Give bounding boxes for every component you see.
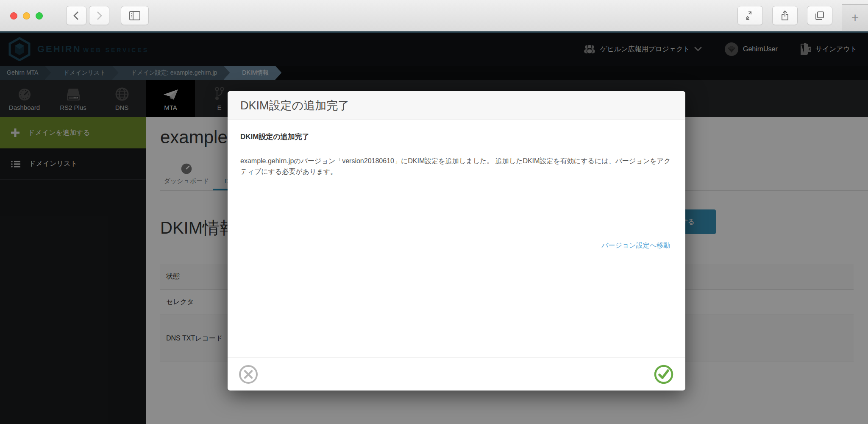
new-tab-button[interactable]: + [842, 4, 868, 31]
fullscreen-button[interactable] [737, 6, 763, 25]
dkim-complete-modal: DKIM設定の追加完了 DKIM設定の追加完了 example.gehirn.j… [228, 91, 685, 391]
share-icon [780, 10, 790, 21]
minimize-window-button[interactable] [23, 12, 30, 20]
goto-version-settings-link[interactable]: バージョン設定へ移動 [601, 241, 670, 250]
back-button[interactable] [66, 6, 86, 25]
share-button[interactable] [772, 6, 798, 25]
modal-body-heading: DKIM設定の追加完了 [240, 132, 671, 142]
plus-glyph: + [851, 11, 859, 25]
expand-arrows-icon [745, 11, 755, 21]
modal-body: DKIM設定の追加完了 example.gehirn.jpのバージョン「vers… [228, 120, 685, 357]
modal-body-text: example.gehirn.jpのバージョン「version20180610」… [240, 156, 671, 177]
chevron-right-icon [95, 11, 103, 21]
modal-title: DKIM設定の追加完了 [228, 91, 685, 120]
modal-footer [228, 357, 685, 391]
show-tabs-button[interactable] [807, 6, 832, 25]
x-circle-icon[interactable] [239, 365, 258, 384]
check-circle-icon[interactable] [654, 365, 673, 384]
web-page: GEHIRN WEB SERVICES ゲヒルン広報用プロジェクト [0, 31, 868, 424]
window-controls [10, 12, 43, 20]
screenshot: + GEHIRN WEB SERVICES [0, 0, 868, 424]
zoom-window-button[interactable] [36, 12, 43, 20]
browser-chrome: + [0, 0, 868, 31]
close-window-button[interactable] [10, 12, 17, 20]
overlapping-squares-icon [815, 11, 825, 21]
chevron-left-icon [72, 11, 81, 21]
forward-button[interactable] [89, 6, 109, 25]
sidebar-panel-icon [129, 11, 140, 20]
sidebar-toggle-button[interactable] [121, 6, 149, 25]
